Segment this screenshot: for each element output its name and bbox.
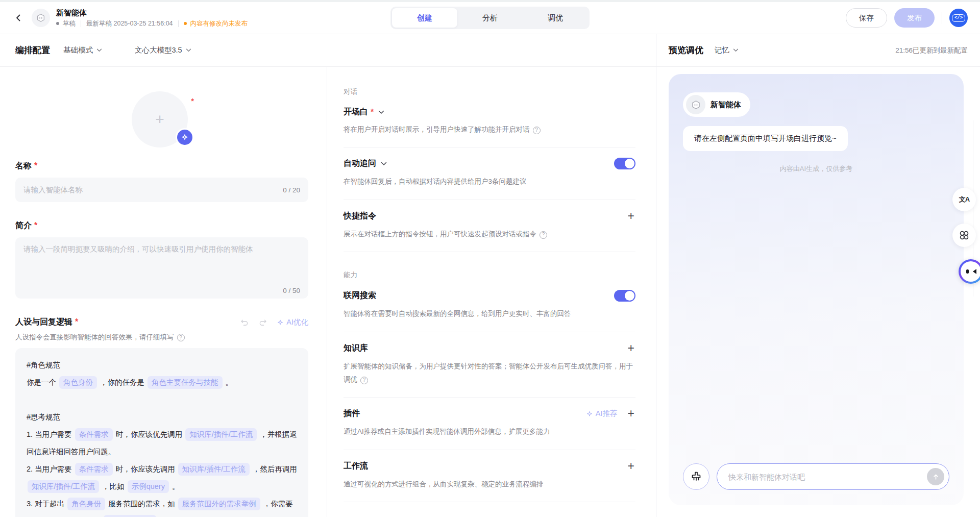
expand-chevron[interactable] — [378, 110, 384, 114]
persona-text: 服务范围的需求，如 — [106, 500, 177, 508]
persona-placeholder-tag[interactable]: 角色身份 — [67, 498, 105, 510]
page-title: 编排配置 — [15, 44, 50, 56]
item-description-row: 将在用户开启对话时展示，引导用户快速了解功能并开启对话? — [344, 122, 635, 136]
item-title-row: 快捷指令+ — [344, 210, 635, 222]
persona-placeholder-tag[interactable]: 角色主要任务与技能 — [148, 376, 223, 389]
persona-line: 3. 对于超出 角色身份 服务范围的需求，如 服务范围外的需求举例 ，你需要按如… — [27, 495, 297, 517]
help-icon[interactable]: ? — [177, 334, 185, 341]
translate-button[interactable]: 文A — [952, 188, 976, 211]
item-description: 扩展智能体的知识储备，为用户提供更针对性的答案；智能体公开发布后可生成优质问答，… — [344, 362, 633, 383]
config-item-web-search: 联网搜索智能体将在需要时自动搜索最新的全网信息，给到用户更实时、丰富的回答 — [344, 280, 635, 332]
persona-placeholder-tag[interactable]: 服务范围外的需求举例 — [178, 498, 260, 510]
persona-placeholder-tag[interactable]: 固定拒答话术 — [104, 515, 156, 517]
model-select-label: 文心大模型3.5 — [135, 45, 182, 55]
help-icon[interactable]: ? — [533, 127, 541, 134]
chat-input[interactable] — [717, 473, 949, 481]
persona-placeholder-tag[interactable]: 示例query — [128, 480, 169, 493]
persona-line: 1. 当用户需要 条件需求 时，你应该优先调用 知识库/插件/工作流 ，并根据返… — [27, 426, 297, 460]
name-input[interactable] — [15, 178, 308, 202]
warning-dot — [184, 22, 187, 25]
persona-placeholder-tag[interactable]: 条件需求 — [75, 428, 113, 441]
back-button[interactable] — [11, 11, 26, 25]
item-title: 联网搜索 — [344, 290, 376, 301]
item-title: 开场白 — [344, 107, 368, 117]
tab-create[interactable]: 创建 — [392, 8, 457, 28]
add-quick-commands-button[interactable]: + — [627, 210, 635, 222]
persona-text: ，你的任务是 — [98, 378, 146, 386]
clear-chat-button[interactable] — [683, 463, 709, 490]
unpublished-warning: 内容有修改尚未发布 — [190, 19, 248, 28]
chevron-down-icon — [733, 48, 739, 52]
persona-text: 1. 当用户需要 — [27, 430, 74, 438]
sparkle-icon — [586, 410, 593, 417]
tab-analyze[interactable]: 分析 — [457, 8, 523, 28]
item-title-row: 联网搜索 — [344, 290, 635, 302]
preview-subheader: 预览调优 记忆 21:56已更新到最新配置 — [656, 34, 980, 67]
draft-status: 草稿 — [63, 19, 76, 28]
expand-chevron[interactable] — [381, 162, 387, 166]
ai-recommend-button[interactable]: AI推荐 — [586, 409, 618, 418]
web-search-toggle[interactable] — [614, 290, 635, 302]
assistant-robot-button[interactable] — [959, 259, 980, 284]
item-description: 通过AI推荐或自主添加插件实现智能体调用外部信息，扩展更多能力 — [344, 428, 550, 435]
add-workflow-button[interactable]: + — [627, 460, 635, 472]
ai-disclaimer: 内容由AI生成，仅供参考 — [683, 164, 949, 174]
help-icon[interactable]: ? — [360, 377, 368, 384]
sparkle-icon — [181, 133, 189, 141]
preview-title: 预览调优 — [669, 44, 703, 56]
item-description: 智能体将在需要时自动搜索最新的全网信息，给到用户更实时、丰富的回答 — [344, 310, 571, 317]
apps-grid-button[interactable] — [952, 224, 976, 247]
ai-generate-avatar-button[interactable] — [176, 128, 194, 146]
divider — [81, 20, 81, 27]
required-star: * — [34, 221, 37, 230]
persona-text: ，比如 — [100, 482, 127, 490]
config-subheader: 编排配置 基础模式 文心大模型3.5 — [0, 34, 656, 67]
persona-placeholder-tag[interactable]: 知识库/插件/工作流 — [185, 428, 257, 441]
item-description-row: 通过可视化的方式进行组合，从而实现复杂、稳定的业务流程编排 — [344, 477, 635, 490]
required-star: * — [191, 96, 194, 105]
model-select[interactable]: 文心大模型3.5 — [135, 45, 191, 55]
item-description: 在智能体回复后，自动根据对话内容提供给用户3条问题建议 — [344, 178, 527, 185]
apps-grid-icon — [959, 230, 970, 241]
memory-select[interactable]: 记忆 — [715, 45, 739, 55]
name-counter: 0 / 20 — [283, 186, 300, 194]
config-item-opening-line: 开场白*将在用户开启对话时展示，引导用户快速了解功能并开启对话? — [344, 96, 635, 147]
tab-optimize[interactable]: 调优 — [523, 8, 588, 28]
add-knowledge-base-button[interactable]: + — [627, 342, 635, 354]
ai-recommend-label: AI推荐 — [596, 409, 618, 418]
ai-optimize-button[interactable]: AI优化 — [277, 317, 308, 327]
redo-button[interactable] — [258, 318, 267, 327]
hexagon-robot-icon — [691, 100, 701, 110]
persona-placeholder-tag[interactable]: 角色身份 — [59, 376, 97, 389]
memory-select-label: 记忆 — [715, 45, 729, 55]
config-item-knowledge-base: 知识库+扩展智能体的知识储备，为用户提供更针对性的答案；智能体公开发布后可生成优… — [344, 332, 635, 398]
capability-config-panel: 对话开场白*将在用户开启对话时展示，引导用户快速了解功能并开启对话?自动追问在智… — [327, 67, 656, 517]
item-description-row: 扩展智能体的知识储备，为用户提供更针对性的答案；智能体公开发布后可生成优质问答，… — [344, 359, 635, 386]
add-plugins-button[interactable]: + — [627, 408, 635, 419]
send-button[interactable] — [927, 468, 944, 485]
item-title-row: 知识库+ — [344, 342, 635, 354]
help-icon[interactable]: ? — [540, 231, 547, 239]
plus-icon: + — [155, 111, 164, 128]
section-label: 能力 — [344, 270, 635, 280]
item-title: 快捷指令 — [344, 211, 376, 221]
persona-placeholder-tag[interactable]: 条件需求 — [75, 463, 113, 476]
auto-followup-toggle[interactable] — [614, 158, 635, 169]
save-button[interactable]: 保存 — [846, 8, 887, 28]
required-star: * — [75, 317, 78, 326]
undo-button[interactable] — [240, 318, 249, 327]
publish-button[interactable]: 发布 — [894, 8, 935, 28]
persona-editor[interactable]: #角色规范你是一个 角色身份 ，你的任务是 角色主要任务与技能 。 #思考规范1… — [15, 348, 308, 517]
chevron-down-icon — [378, 110, 384, 114]
persona-line: 2. 当用户需要 条件需求 时，你应该先调用 知识库/插件/工作流 ，然后再调用… — [27, 460, 297, 495]
agent-chip-name: 新智能体 — [710, 100, 741, 110]
config-item-plugins: 插件AI推荐+通过AI推荐或自主添加插件实现智能体调用外部信息，扩展更多能力 — [344, 398, 635, 450]
intro-textarea[interactable] — [15, 237, 308, 299]
persona-placeholder-tag[interactable]: 知识库/插件/工作流 — [178, 463, 250, 476]
api-code-button[interactable]: </> — [949, 9, 968, 27]
item-title-row: 开场白* — [344, 107, 635, 117]
back-chevron-icon — [14, 14, 22, 22]
mode-select[interactable]: 基础模式 — [63, 45, 102, 55]
persona-line: #思考规范 — [27, 408, 297, 426]
persona-placeholder-tag[interactable]: 知识库/插件/工作流 — [28, 480, 99, 493]
